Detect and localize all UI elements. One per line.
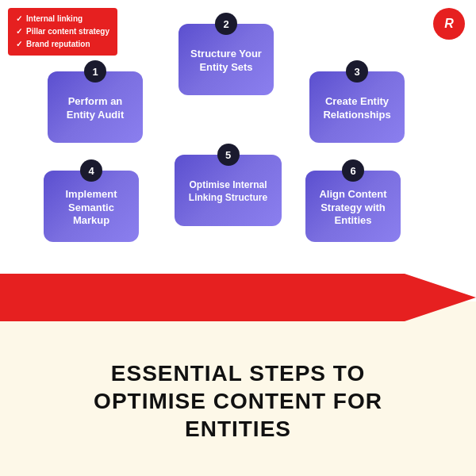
- step-card-3: 3 Create Entity Relationships: [309, 71, 405, 143]
- checklist-item-1: ✓ Internal linking: [16, 13, 109, 25]
- step-label-4: Implement Semantic Markup: [50, 188, 132, 228]
- footer-line3: ENTITIES: [185, 416, 291, 441]
- step-number-4: 4: [80, 159, 102, 182]
- checklist-label-3: Brand reputation: [26, 38, 90, 51]
- step-label-6: Align Content Strategy with Entities: [312, 188, 394, 228]
- step-card-5: 5 Optimise Internal Linking Structure: [175, 155, 282, 226]
- footer-line1: ESSENTIAL STEPS TO: [111, 361, 365, 386]
- checklist-item-3: ✓ Brand reputation: [16, 38, 109, 51]
- logo: R: [433, 8, 465, 40]
- step-number-1: 1: [84, 60, 106, 83]
- step-label-5: Optimise Internal Linking Structure: [181, 179, 275, 204]
- step-number-3: 3: [346, 60, 368, 83]
- red-arrow: [0, 274, 476, 321]
- step-label-3: Create Entity Relationships: [316, 95, 398, 122]
- footer-text: ESSENTIAL STEPS TO OPTIMISE CONTENT FOR …: [94, 336, 382, 443]
- check-icon-3: ✓: [16, 38, 22, 51]
- logo-circle: R: [433, 8, 465, 40]
- checklist-label-2: Pillar content strategy: [26, 25, 109, 38]
- main-container: ✓ Internal linking ✓ Pillar content stra…: [0, 0, 476, 476]
- checklist: ✓ Internal linking ✓ Pillar content stra…: [8, 8, 117, 56]
- checklist-label-1: Internal linking: [26, 13, 83, 25]
- step-number-2: 2: [215, 13, 237, 35]
- checklist-item-2: ✓ Pillar content strategy: [16, 25, 109, 38]
- step-label-2: Structure Your Entity Sets: [185, 48, 267, 75]
- step-card-1: 1 Perform an Entity Audit: [48, 71, 143, 143]
- step-card-2: 2 Structure Your Entity Sets: [178, 24, 274, 95]
- footer-line2: OPTIMISE CONTENT FOR: [94, 389, 382, 413]
- bottom-section: ESSENTIAL STEPS TO OPTIMISE CONTENT FOR …: [0, 301, 476, 476]
- check-icon-1: ✓: [16, 13, 22, 25]
- check-icon-2: ✓: [16, 25, 22, 38]
- step-number-6: 6: [342, 159, 364, 182]
- step-label-1: Perform an Entity Audit: [54, 95, 136, 122]
- step-number-5: 5: [217, 144, 240, 166]
- step-card-6: 6 Align Content Strategy with Entities: [305, 171, 401, 242]
- logo-text: R: [444, 17, 454, 31]
- step-card-4: 4 Implement Semantic Markup: [44, 171, 139, 242]
